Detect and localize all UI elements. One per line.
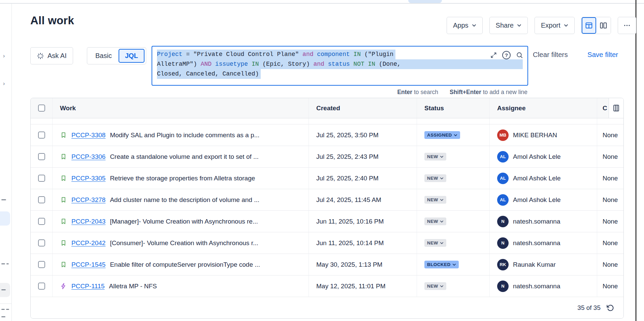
avatar: N bbox=[497, 281, 509, 292]
issue-key-link[interactable]: PCCP-3308 bbox=[71, 132, 105, 139]
share-button[interactable]: Share bbox=[489, 17, 528, 34]
table-view-icon bbox=[585, 21, 593, 30]
extra-cell[interactable]: None bbox=[597, 124, 623, 146]
row-checkbox[interactable] bbox=[38, 239, 45, 246]
issue-summary[interactable]: Alletra MP - NFS bbox=[109, 283, 157, 290]
story-icon bbox=[60, 132, 67, 139]
created-column-header[interactable]: Created bbox=[309, 98, 417, 118]
refresh-button[interactable] bbox=[606, 304, 614, 312]
work-cell: PCCP-3306Create a standalone volume and … bbox=[53, 146, 309, 167]
chevron-right-icon[interactable]: › bbox=[3, 53, 5, 59]
issue-key-link[interactable]: PCCP-3306 bbox=[71, 153, 105, 160]
assignee-cell[interactable]: MBMIKE BERHAN bbox=[490, 124, 597, 146]
issue-key-link[interactable]: PCCP-3305 bbox=[71, 175, 105, 182]
story-icon-wrap bbox=[60, 153, 67, 160]
issue-summary[interactable]: Create a standalone volume and export it… bbox=[110, 153, 258, 160]
hint-enter-text: to search bbox=[412, 89, 438, 95]
row-checkbox[interactable] bbox=[38, 218, 45, 225]
assignee-cell[interactable]: Nnatesh.somanna bbox=[490, 211, 597, 232]
assignee-cell[interactable]: Nnatesh.somanna bbox=[490, 232, 597, 254]
row-checkbox[interactable] bbox=[38, 132, 45, 139]
status-badge[interactable]: BLOCKED bbox=[424, 261, 459, 268]
status-badge[interactable]: NEW bbox=[424, 217, 446, 225]
jql-mode-tab[interactable]: JQL bbox=[119, 49, 144, 63]
issue-summary[interactable]: Add cluster name to the description of v… bbox=[110, 196, 259, 204]
top-divider bbox=[0, 3, 644, 4]
search-hint: Enter to search Shift+Enter to add a new… bbox=[152, 89, 527, 96]
extra-column-label[interactable]: C bbox=[603, 105, 607, 112]
work-column-header[interactable]: Work bbox=[53, 98, 309, 118]
status-cell: NEW bbox=[417, 189, 490, 210]
extra-cell[interactable]: None bbox=[597, 254, 623, 275]
assignee-cell[interactable]: ALAmol Ashok Lele bbox=[490, 146, 597, 167]
extra-cell[interactable]: None bbox=[597, 211, 623, 232]
issue-key-link[interactable]: PCCP-3278 bbox=[71, 196, 105, 204]
ask-ai-button[interactable]: Ask AI bbox=[30, 47, 73, 64]
jql-query-text: Project = "Private Cloud Control Plane" … bbox=[157, 50, 523, 79]
assignee-column-header[interactable]: Assignee bbox=[490, 98, 597, 118]
chevron-right-icon[interactable]: › bbox=[3, 81, 5, 87]
status-column-header[interactable]: Status bbox=[417, 98, 490, 118]
export-button[interactable]: Export bbox=[535, 17, 575, 34]
issue-summary[interactable]: [Consumer]- Volume Creation with Asynchr… bbox=[110, 239, 258, 247]
created-cell: May 30, 2025, 1:13 PM bbox=[309, 254, 417, 275]
select-all-checkbox[interactable] bbox=[38, 105, 45, 112]
clear-filters-button[interactable]: Clear filters bbox=[533, 51, 568, 59]
row-checkbox-cell bbox=[31, 124, 53, 146]
issue-summary[interactable]: Modify SAL and Plugin to include comment… bbox=[110, 132, 259, 139]
sidebar-fragment bbox=[6, 263, 9, 264]
assignee-cell[interactable]: Nnatesh.somanna bbox=[490, 275, 597, 297]
status-badge[interactable]: NEW bbox=[424, 239, 446, 247]
status-badge[interactable]: NEW bbox=[424, 174, 446, 182]
issue-key-link[interactable]: PCCP-2042 bbox=[71, 239, 105, 247]
search-icon[interactable] bbox=[516, 51, 523, 59]
assignee-cell[interactable]: RKRaunak Kumar bbox=[490, 254, 597, 275]
export-button-label: Export bbox=[541, 22, 560, 29]
basic-mode-tab[interactable]: Basic bbox=[89, 52, 119, 60]
story-icon bbox=[60, 153, 67, 160]
row-checkbox[interactable] bbox=[38, 175, 45, 182]
extra-cell[interactable]: None bbox=[597, 189, 623, 210]
chevron-down-icon bbox=[440, 242, 444, 244]
issue-key-link[interactable]: PCCP-1545 bbox=[71, 261, 105, 268]
extra-cell[interactable]: None bbox=[597, 232, 623, 254]
save-filter-button[interactable]: Save filter bbox=[587, 51, 618, 59]
issue-summary[interactable]: [Manager]- Volume Creation with Asynchro… bbox=[110, 218, 258, 225]
assignee-cell[interactable]: ALAmol Ashok Lele bbox=[490, 189, 597, 210]
issue-key-link[interactable]: PCCP-1115 bbox=[71, 283, 105, 290]
issue-summary[interactable]: Retrieve the storage properties from All… bbox=[110, 175, 255, 182]
extra-cell[interactable]: None bbox=[597, 275, 623, 297]
help-icon[interactable]: ? bbox=[502, 51, 511, 59]
work-cell: PCCP-1115Alletra MP - NFS bbox=[53, 275, 309, 297]
status-badge[interactable]: NEW bbox=[424, 153, 446, 160]
extra-cell[interactable]: None bbox=[597, 146, 623, 167]
ask-ai-label: Ask AI bbox=[47, 52, 67, 60]
status-badge[interactable]: NEW bbox=[424, 196, 446, 204]
more-button[interactable] bbox=[618, 17, 636, 34]
status-cell: BLOCKED bbox=[417, 254, 490, 275]
issue-summary[interactable]: Enable filter of computeServer provision… bbox=[110, 261, 260, 268]
status-badge[interactable]: NEW bbox=[424, 282, 446, 290]
extra-cell[interactable]: None bbox=[597, 168, 623, 189]
story-icon-wrap bbox=[60, 218, 67, 225]
jql-query-input[interactable]: Project = "Private Cloud Control Plane" … bbox=[152, 46, 528, 86]
sidebar-divider bbox=[0, 303, 12, 304]
assignee-name: Amol Ashok Lele bbox=[513, 153, 561, 160]
detail-view-button[interactable] bbox=[596, 17, 611, 34]
expand-icon[interactable] bbox=[490, 52, 497, 59]
row-checkbox[interactable] bbox=[38, 261, 45, 268]
status-badge[interactable]: ASSIGNED bbox=[424, 131, 460, 139]
row-checkbox[interactable] bbox=[38, 153, 45, 160]
view-toggle bbox=[581, 17, 611, 34]
column-settings-button[interactable] bbox=[609, 98, 623, 118]
hint-enter-key: Enter bbox=[397, 89, 412, 95]
table-view-button[interactable] bbox=[582, 17, 596, 34]
chevron-down-icon bbox=[440, 177, 444, 180]
sidebar-item-selected-fragment[interactable] bbox=[0, 211, 10, 226]
created-cell: May 12, 2025, 11:01 PM bbox=[309, 275, 417, 297]
row-checkbox[interactable] bbox=[38, 196, 45, 203]
assignee-cell[interactable]: ALAmol Ashok Lele bbox=[490, 168, 597, 189]
apps-button[interactable]: Apps bbox=[447, 17, 483, 34]
issue-key-link[interactable]: PCCP-2043 bbox=[71, 218, 105, 225]
row-checkbox[interactable] bbox=[38, 283, 45, 290]
